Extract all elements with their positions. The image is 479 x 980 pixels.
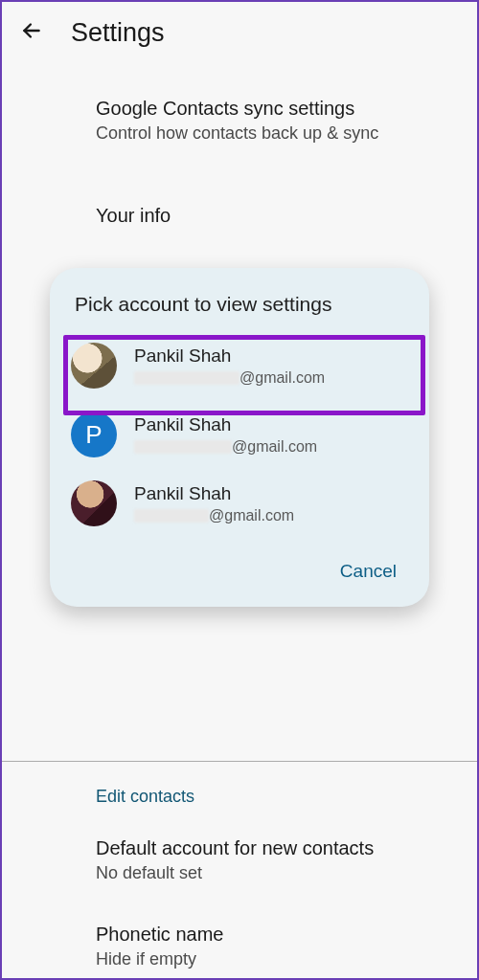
setting-default-account-title: Default account for new contacts bbox=[96, 837, 454, 859]
account-email: @gmail.com bbox=[134, 507, 410, 524]
account-option-0[interactable]: Pankil Shah @gmail.com bbox=[50, 331, 429, 400]
section-edit-contacts-label: Edit contacts bbox=[96, 787, 454, 807]
email-suffix: @gmail.com bbox=[240, 369, 325, 387]
setting-sync-title: Google Contacts sync settings bbox=[96, 98, 454, 120]
back-icon[interactable] bbox=[19, 18, 44, 47]
setting-sync-sub: Control how contacts back up & sync bbox=[96, 123, 454, 144]
account-email: @gmail.com bbox=[134, 438, 410, 456]
avatar-icon bbox=[71, 343, 117, 389]
email-suffix: @gmail.com bbox=[209, 507, 294, 524]
setting-phonetic-title: Phonetic name bbox=[96, 924, 454, 946]
avatar-letter-icon: P bbox=[71, 412, 117, 457]
redacted-email-user bbox=[134, 371, 240, 385]
account-option-2[interactable]: Pankil Shah @gmail.com bbox=[50, 469, 429, 538]
dialog-title: Pick account to view settings bbox=[50, 293, 429, 331]
cancel-button[interactable]: Cancel bbox=[340, 561, 397, 582]
section-edit-contacts: Edit contacts bbox=[2, 762, 477, 824]
account-option-1[interactable]: P Pankil Shah @gmail.com bbox=[50, 400, 429, 469]
account-name: Pankil Shah bbox=[134, 345, 410, 367]
setting-your-info-title: Your info bbox=[96, 205, 454, 227]
redacted-email-user bbox=[134, 509, 209, 523]
setting-default-account-sub: No default set bbox=[96, 863, 454, 883]
account-name: Pankil Shah bbox=[134, 414, 410, 435]
account-email: @gmail.com bbox=[134, 369, 410, 387]
email-suffix: @gmail.com bbox=[232, 438, 317, 456]
page-title: Settings bbox=[71, 18, 165, 48]
setting-default-account[interactable]: Default account for new contacts No defa… bbox=[2, 824, 477, 897]
account-picker-dialog: Pick account to view settings Pankil Sha… bbox=[50, 268, 429, 607]
setting-sync[interactable]: Google Contacts sync settings Control ho… bbox=[2, 84, 477, 157]
redacted-email-user bbox=[134, 440, 232, 454]
setting-phonetic[interactable]: Phonetic name Hide if empty bbox=[2, 897, 477, 980]
setting-phonetic-sub: Hide if empty bbox=[96, 949, 454, 969]
account-name: Pankil Shah bbox=[134, 483, 410, 504]
setting-your-info[interactable]: Your info bbox=[2, 191, 477, 240]
avatar-icon bbox=[71, 480, 117, 526]
